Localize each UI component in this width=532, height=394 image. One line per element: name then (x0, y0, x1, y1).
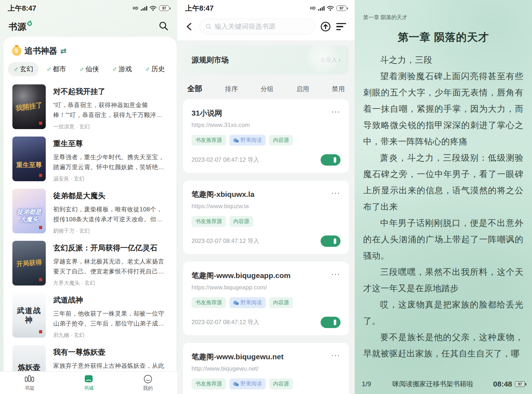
enable-toggle[interactable] (321, 154, 340, 166)
nav-profile[interactable]: 我的 (118, 372, 177, 394)
book-title: 徒弟都是大魔头 (53, 191, 168, 201)
book-list-item[interactable]: 徒弟都是大魔头 徒弟都是大魔头 初到玄幻，废柴模板，唯有收徒108个，授传108… (4, 185, 177, 238)
source-url: https://www.biquzw.la (192, 203, 340, 210)
more-options-icon[interactable]: ··· (331, 352, 340, 357)
chapter-paragraph: 要不是族长是他的父亲，这种废物，早就被驱赶出家族，任其自生自灭了，哪 (363, 329, 523, 362)
promo-row[interactable]: $ 追书神器 ⇄ (4, 37, 177, 62)
status-time: 上午8:47 (8, 4, 36, 13)
nav-bookstore[interactable]: 书城 (59, 372, 118, 394)
source-tag: 书友推荐源 (192, 378, 226, 389)
filter-tab[interactable]: 全部 (187, 84, 202, 94)
source-card[interactable]: 笔趣阁-www.biqugeapp.com ··· https://www.bi… (183, 262, 349, 335)
reader-screen[interactable]: 第一章 陨落的天才 第一章 陨落的天才 斗之力，三段望着测验魔石碑上面闪亮得甚至… (355, 0, 532, 394)
import-upload-icon[interactable] (320, 21, 331, 32)
more-options-icon[interactable]: ··· (331, 271, 340, 276)
source-filter-tabs: 全部排序分组启用禁用 (177, 76, 355, 99)
back-icon[interactable] (184, 22, 194, 32)
seal-icon (39, 226, 42, 229)
source-search-box[interactable] (199, 19, 315, 34)
cloud-icon (233, 301, 239, 305)
book-description: 穿越玄界，林北极其无语。老丈人家扬言要灭了自己。便宜老爹恨不得打死自己… (53, 257, 168, 276)
nav-bookshelf[interactable]: 书架 (0, 372, 59, 394)
more-options-icon[interactable]: ··· (331, 189, 340, 194)
category-chip[interactable]: ♂都市 (41, 62, 72, 76)
category-chip[interactable]: ♂仙侠 (74, 62, 105, 76)
book-title: 我有一尊炼妖壶 (53, 347, 168, 357)
category-chip[interactable]: ♂玄幻 (8, 62, 39, 76)
more-options-icon[interactable]: ··· (331, 108, 340, 113)
book-list-item[interactable]: 开局获得 玄幻反派：开局获得一亿亿灵石 穿越玄界，林北极其无语。老丈人家扬言要灭… (4, 238, 177, 290)
page-title: 书源 (9, 21, 26, 33)
book-list-item[interactable]: 武道战神 武道战神 三年前，他收获了一株灵果，却被一位守山弟子抢夺。三年后，那位… (4, 290, 177, 342)
wifi-icon (327, 6, 334, 11)
book-list-item[interactable]: 我開挂了 对不起我开挂了 “叮，恭喜宿主，获得神器如意金箍棒！”“叮，恭喜宿主，… (4, 81, 177, 133)
source-tag: 内容源 (269, 297, 293, 308)
source-tag: 野果阅读 (229, 135, 266, 146)
footer-time: 08:48 (493, 380, 512, 388)
status-bar: 上午8:47 HD 97 (0, 0, 177, 16)
source-tag: 内容源 (269, 135, 293, 146)
import-date: 2023-02-07 08:47:12 导入 (192, 237, 259, 245)
hd-icon: HD (310, 6, 316, 10)
source-badge-icon (27, 21, 32, 26)
book-description: 三年前，他收获了一株灵果，却被一位守山弟子抢夺。三年后，那位守山弟子成… (53, 309, 168, 328)
go-import-link[interactable]: 去导入 › (320, 56, 340, 64)
source-card[interactable]: 31小说网 ··· https://www.31xs.com 书友推荐源野果阅读… (183, 99, 349, 173)
cloud-icon (233, 382, 239, 386)
book-author-genre: 一丝凉意 · 玄幻 (53, 123, 168, 130)
book-list-item[interactable]: 重生至尊 重生至尊 至尊强者，重生少年时代。携先天至宝，踏遍万里云霄。怀中红颜妖… (4, 133, 177, 185)
source-card[interactable]: 笔趣阁-xbiquwx.la ··· https://www.biquzw.la… (183, 181, 349, 254)
wifi-icon (150, 6, 156, 11)
chapter-paragraph: 哎，这废物真是把家族的脸都给丢光了。 (363, 296, 523, 329)
source-name: 笔趣阁-www.biqugeapp.com (192, 271, 290, 281)
book-author-genre: 奶骑千万 · 玄幻 (53, 228, 168, 234)
footer-notice: 咪阅读搬家迁移书架书籍啦 (387, 379, 493, 389)
book-title: 对不起我开挂了 (53, 87, 168, 96)
book-list: 我開挂了 对不起我开挂了 “叮，恭喜宿主，获得神器如意金箍棒！”“叮，恭喜宿主，… (4, 76, 177, 394)
category-chip[interactable]: ♂历史 (139, 62, 170, 76)
battery-icon: 97 (336, 5, 347, 11)
filter-tab[interactable]: 排序 (225, 85, 238, 93)
source-url: https://www.31xs.com (192, 122, 340, 129)
category-chip[interactable]: ♂ (172, 62, 177, 76)
import-date: 2023-02-07 08:47:12 导入 (192, 156, 259, 164)
filter-tab[interactable]: 禁用 (332, 85, 345, 93)
filter-tab[interactable]: 启用 (297, 85, 309, 93)
signal-icon (141, 6, 147, 11)
chapter-paragraph: 中年男子话刚刚脱口，便是不出意外的在人头汹涌的广场上带起了一阵嘲讽的骚动。 (363, 215, 523, 264)
book-source-manager-screen: 上午8:47 HD 97 (177, 0, 355, 394)
bottom-nav: 书架 书城 我的 (0, 371, 177, 394)
swap-icon[interactable]: ⇄ (60, 47, 67, 55)
category-chip[interactable]: ♂游戏 (106, 62, 137, 76)
rule-market-banner[interactable]: 源规则市场 去导入 › (183, 45, 349, 74)
filter-icon[interactable] (336, 21, 348, 32)
chapter-paragraph: 萧炎，斗之力，三段级别：低级测验魔石碑之旁，一位中年男子，看了一眼碑上所显示出来… (363, 150, 523, 215)
book-title: 武道战神 (53, 295, 168, 305)
book-description: “叮，恭喜宿主，获得神器如意金箍棒！”“叮，恭喜宿主，获得九千万颗淬体丹… (53, 100, 168, 120)
search-input[interactable] (215, 23, 309, 30)
search-icon[interactable] (158, 21, 169, 33)
book-cover: 武道战神 (12, 293, 46, 338)
book-cover: 开局获得 (12, 241, 46, 285)
book-cover: 我開挂了 (12, 84, 46, 129)
chapter-body: 斗之力，三段望着测验魔石碑上面闪亮得甚至有些刺眼的五个大字，少年面无表情，唇角有… (363, 52, 523, 362)
source-name: 31小说网 (192, 108, 222, 118)
footer-battery-icon: 97 (515, 381, 525, 387)
enable-toggle[interactable] (321, 235, 340, 247)
promo-title: 追书神器 (24, 45, 57, 56)
seal-icon (39, 122, 42, 125)
book-cover: 徒弟都是大魔头 (12, 189, 46, 233)
bookshelf-icon (24, 374, 34, 384)
male-icon: ♂ (46, 65, 52, 73)
import-date: 2023-02-07 08:47:12 导入 (192, 318, 259, 326)
reader-footer: 1/9 咪阅读搬家迁移书架书籍啦 08:48 97 (355, 376, 532, 394)
status-bar: 上午8:47 HD 97 (177, 0, 355, 16)
chapter-paragraph: 斗之力，三段 (363, 52, 523, 68)
filter-tab[interactable]: 分组 (261, 85, 273, 93)
category-chips: ♂玄幻 ♂都市 ♂仙侠 ♂游戏 ♂历史 ♂ (4, 62, 177, 76)
seal-icon (39, 174, 42, 177)
source-tags: 书友推荐源野果阅读内容源 (192, 297, 340, 308)
source-card[interactable]: 笔趣阁-www.biqugewu.net ··· http://www.biqu… (183, 343, 349, 394)
enable-toggle[interactable] (321, 317, 340, 328)
book-title: 玄幻反派：开局获得一亿亿灵石 (53, 243, 168, 253)
